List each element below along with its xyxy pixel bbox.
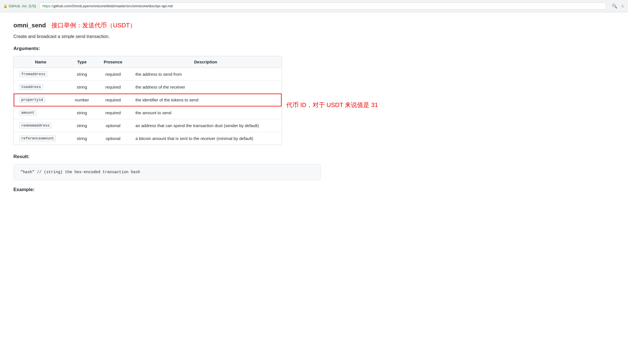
param-type-redeemaddress: string [68, 119, 96, 132]
page-content: omni_send 接口举例：发送代币（USDT） Create and bro… [0, 12, 391, 206]
table-row: redeemaddressstringoptionalan address th… [14, 119, 282, 132]
url-full: github.com/OmniLayer/omnicore/blob/maste… [53, 4, 173, 8]
col-header-name: Name [14, 56, 68, 68]
table-row: toaddressstringrequiredthe address of th… [14, 81, 282, 94]
propertyid-annotation: 代币 ID，对于 USDT 来说值是 31 [282, 101, 378, 109]
param-description-fromaddress: the address to send from [130, 68, 281, 81]
result-label: Result: [13, 154, 378, 160]
table-row: referenceamountstringoptionala bitcoin a… [14, 132, 282, 145]
param-type-amount: string [68, 106, 96, 119]
arguments-label: Arguments: [13, 46, 378, 51]
result-code-block: "hash" // (string) the hex-encoded trans… [13, 164, 321, 180]
search-icon[interactable]: 🔍 [612, 3, 617, 9]
browser-chrome: 🔒 GitHub, Inc. [US] https://github.com/O… [0, 0, 628, 12]
param-presence-redeemaddress: optional [96, 119, 130, 132]
url-actions: 🔍 ☆ [612, 3, 625, 9]
param-type-toaddress: string [68, 81, 96, 94]
param-name-amount: amount [19, 110, 36, 116]
api-description: Create and broadcast a simple send trans… [13, 34, 378, 39]
param-type-fromaddress: string [68, 68, 96, 81]
url-https: https:// [43, 4, 53, 8]
param-name-referenceamount: referenceamount [19, 135, 56, 141]
api-subtitle: 接口举例：发送代币（USDT） [51, 21, 136, 30]
result-section: Result: "hash" // (string) the hex-encod… [13, 154, 378, 180]
arguments-table: Name Type Presence Description fromaddre… [14, 56, 282, 145]
url-bar[interactable]: https://github.com/OmniLayer/omnicore/bl… [39, 3, 606, 9]
param-name-toaddress: toaddress [19, 84, 43, 90]
param-presence-amount: required [96, 106, 130, 119]
param-description-amount: the amount to send [130, 106, 281, 119]
col-header-type: Type [68, 56, 96, 68]
table-header-row: Name Type Presence Description [14, 56, 282, 68]
param-description-redeemaddress: an address that can spend the transactio… [130, 119, 281, 132]
api-name: omni_send [13, 22, 46, 29]
title-section: omni_send 接口举例：发送代币（USDT） [13, 21, 378, 30]
example-section: Example: [13, 187, 378, 192]
param-name-propertyid: propertyid [19, 97, 45, 103]
param-name-fromaddress: fromaddress [19, 71, 47, 77]
param-presence-propertyid: required [96, 94, 130, 106]
table-row: fromaddressstringrequiredthe address to … [14, 68, 282, 81]
lock-icon: 🔒 [3, 4, 8, 8]
param-presence-toaddress: required [96, 81, 130, 94]
col-header-presence: Presence [96, 56, 130, 68]
arguments-table-wrapper: Name Type Presence Description fromaddre… [13, 56, 282, 145]
result-code: "hash" // (string) the hex-encoded trans… [20, 170, 140, 174]
param-presence-fromaddress: required [96, 68, 130, 81]
security-badge: 🔒 GitHub, Inc. [US] [3, 4, 36, 8]
param-name-redeemaddress: redeemaddress [19, 123, 51, 129]
table-row: propertyidnumberrequiredthe identifier o… [14, 94, 282, 106]
example-label: Example: [13, 187, 378, 192]
param-description-toaddress: the address of the receiver [130, 81, 281, 94]
param-type-referenceamount: string [68, 132, 96, 145]
table-row: amountstringrequiredthe amount to send [14, 106, 282, 119]
star-icon[interactable]: ☆ [621, 3, 625, 9]
param-type-propertyid: number [68, 94, 96, 106]
param-description-referenceamount: a bitcoin amount that is sent to the rec… [130, 132, 281, 145]
param-description-propertyid: the identifier of the tokens to send [130, 94, 281, 106]
security-label: GitHub, Inc. [US] [9, 4, 36, 8]
table-annotation-wrapper: Name Type Presence Description fromaddre… [13, 56, 378, 154]
col-header-description: Description [130, 56, 281, 68]
param-presence-referenceamount: optional [96, 132, 130, 145]
